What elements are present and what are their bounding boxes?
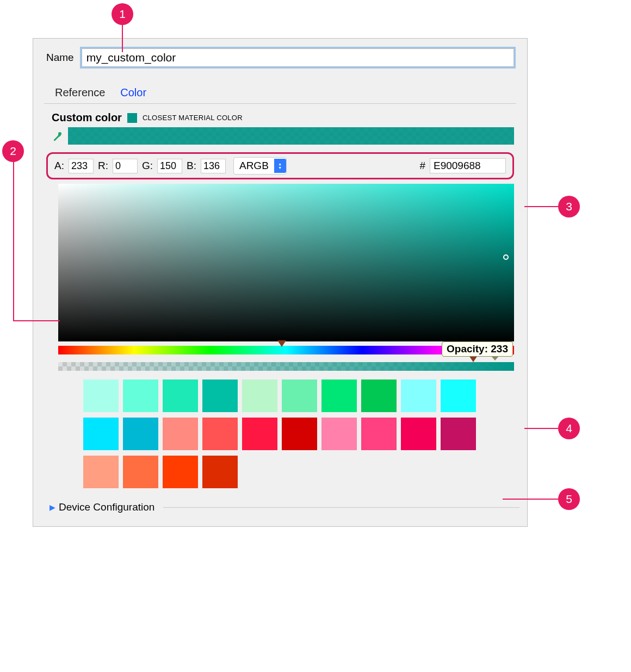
custom-color-heading: Custom color — [52, 111, 122, 124]
color-swatch[interactable] — [202, 418, 238, 450]
color-swatch[interactable] — [163, 379, 198, 412]
swatch-row — [83, 456, 514, 488]
green-label: G: — [142, 160, 153, 172]
eyedropper-icon[interactable] — [52, 130, 64, 142]
red-input[interactable] — [113, 159, 138, 173]
color-swatch[interactable] — [401, 418, 436, 450]
color-swatch[interactable] — [361, 379, 397, 412]
blue-input[interactable] — [201, 159, 226, 173]
color-swatch[interactable] — [242, 418, 277, 450]
callout-leader — [122, 24, 123, 52]
saturation-value-picker[interactable] — [58, 184, 514, 341]
swatch-row — [83, 418, 514, 450]
color-swatch[interactable] — [361, 418, 397, 450]
color-swatch[interactable] — [83, 418, 119, 450]
color-swatch[interactable] — [163, 456, 198, 488]
device-configuration-label: Device Configuration — [59, 501, 154, 513]
custom-color-header: Custom color CLOSEST MATERIAL COLOR — [41, 104, 519, 127]
name-label: Name — [46, 52, 74, 64]
alpha-label: A: — [54, 160, 64, 172]
divider — [163, 507, 519, 508]
device-configuration-section[interactable]: ▶ Device Configuration — [50, 501, 519, 513]
callout-3: 3 — [558, 196, 580, 217]
color-swatch[interactable] — [202, 379, 238, 412]
swatch-grid — [83, 379, 514, 488]
color-swatch[interactable] — [321, 418, 357, 450]
opacity-tooltip: Opacity: 233 — [442, 341, 513, 357]
swatch-row — [83, 379, 514, 412]
hex-hash-label: # — [419, 160, 425, 172]
color-swatch[interactable] — [163, 418, 198, 450]
name-input[interactable] — [82, 48, 514, 67]
red-label: R: — [98, 160, 108, 172]
color-mode-value: ARGB — [239, 160, 269, 172]
closest-material-label: CLOSEST MATERIAL COLOR — [143, 114, 243, 122]
color-preview[interactable] — [68, 127, 514, 145]
closest-material-swatch — [127, 113, 137, 123]
alpha-input[interactable] — [69, 159, 94, 173]
color-swatch[interactable] — [441, 418, 476, 450]
preview-row — [41, 127, 519, 149]
color-swatch[interactable] — [83, 456, 119, 488]
callout-leader — [13, 320, 60, 321]
color-swatch[interactable] — [321, 379, 357, 412]
callout-1: 1 — [112, 3, 133, 25]
color-swatch[interactable] — [202, 456, 238, 488]
color-swatch[interactable] — [282, 379, 317, 412]
blue-label: B: — [187, 160, 196, 172]
color-editor-panel: Name Reference Color Custom color CLOSES… — [33, 38, 528, 527]
callout-leader — [524, 206, 558, 207]
callout-2: 2 — [2, 140, 24, 162]
tabs: Reference Color — [44, 74, 516, 104]
opacity-slider[interactable]: Opacity: 233 — [58, 362, 514, 371]
name-row: Name — [41, 46, 519, 74]
callout-4: 4 — [558, 418, 580, 439]
callout-5: 5 — [558, 488, 580, 510]
opacity-gradient — [58, 362, 514, 371]
color-swatch[interactable] — [282, 418, 317, 450]
color-swatch[interactable] — [123, 418, 158, 450]
argb-inputs: A: R: G: B: ARGB ▲▼ # — [46, 152, 514, 179]
green-input[interactable] — [157, 159, 182, 173]
color-preview-overlay — [68, 127, 514, 145]
callout-leader — [524, 428, 558, 429]
callout-leader — [13, 161, 14, 321]
picker-cursor[interactable] — [503, 254, 509, 260]
disclosure-triangle-icon[interactable]: ▶ — [50, 503, 55, 512]
tab-color[interactable]: Color — [120, 86, 146, 99]
color-mode-select[interactable]: ARGB ▲▼ — [233, 157, 287, 175]
stepper-icon: ▲▼ — [274, 159, 286, 173]
tab-reference[interactable]: Reference — [55, 86, 105, 99]
color-swatch[interactable] — [123, 379, 158, 412]
color-swatch[interactable] — [123, 456, 158, 488]
hex-input[interactable] — [430, 158, 506, 173]
callout-leader — [503, 499, 558, 500]
color-swatch[interactable] — [83, 379, 119, 412]
hue-slider-handle[interactable] — [277, 340, 286, 347]
color-swatch[interactable] — [441, 379, 476, 412]
color-swatch[interactable] — [401, 379, 436, 412]
color-swatch[interactable] — [242, 379, 277, 412]
